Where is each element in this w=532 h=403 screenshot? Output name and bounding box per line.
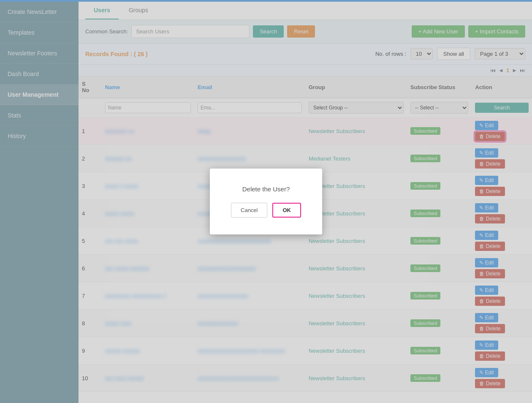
modal-ok-button[interactable]: OK [272,203,301,218]
modal-cancel-button[interactable]: Cancel [231,203,267,218]
modal-buttons: Cancel OK [231,203,301,218]
modal-overlay: Delete the User? Cancel OK [0,0,532,403]
delete-modal: Delete the User? Cancel OK [210,169,322,234]
modal-title: Delete the User? [231,185,301,193]
